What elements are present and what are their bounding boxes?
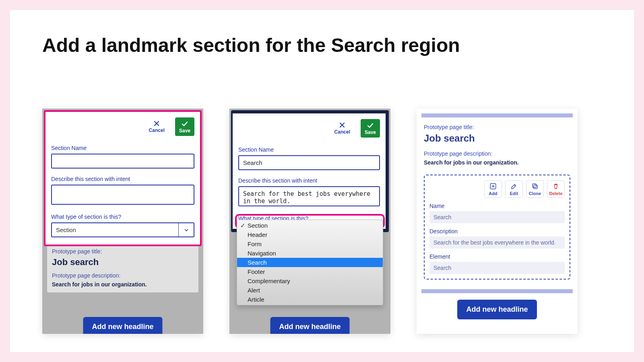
edit-button[interactable]: Edit	[505, 180, 523, 198]
panel-3: Prototype page title: Job search Prototy…	[417, 109, 578, 334]
describe-label: Describe this section with intent	[51, 176, 194, 182]
section-name-input[interactable]	[51, 154, 194, 169]
section-dialog: Cancel Save Section Name Describe this s…	[231, 110, 389, 232]
prototype-title-value: Job search	[52, 257, 194, 267]
prototype-desc-value: Search for jobs in our organization.	[52, 281, 194, 288]
section-name-input[interactable]	[238, 155, 380, 170]
delete-icon	[552, 183, 559, 190]
describe-label: Describe this section with intent	[238, 177, 380, 184]
clone-icon	[531, 183, 539, 190]
section-type-value: Section	[52, 223, 178, 237]
description-value: Search for the best jobs everywhere in t…	[429, 237, 565, 249]
add-icon	[489, 183, 497, 190]
prototype-title-label: Prototype page title:	[52, 248, 194, 255]
description-label: Description	[429, 228, 565, 234]
dropdown-option[interactable]: Form	[237, 239, 383, 249]
dialog-actions: Cancel Save	[51, 117, 194, 136]
slide-canvas: Add a landmark section for the Search re…	[10, 10, 634, 352]
svg-rect-1	[534, 185, 537, 189]
panel-3-content: Prototype page title: Job search Prototy…	[417, 124, 578, 280]
edit-icon	[510, 183, 518, 190]
prototype-title-value: Job search	[424, 133, 570, 144]
save-button[interactable]: Save	[175, 117, 194, 136]
describe-input[interactable]	[51, 185, 194, 205]
name-label: Name	[429, 203, 565, 209]
chevron-down-icon	[178, 223, 194, 237]
prototype-title-label: Prototype page title:	[424, 124, 570, 130]
element-value: Search	[429, 262, 565, 274]
check-icon	[182, 121, 188, 127]
add-headline-button[interactable]: Add new headline	[457, 300, 537, 319]
delete-button[interactable]: Delete	[547, 180, 565, 198]
section-type-select[interactable]: Section	[51, 222, 194, 237]
prototype-desc-label: Prototype page description:	[52, 272, 194, 279]
section-actions: Add Edit Clone Delete	[429, 180, 565, 198]
panel-2: Add new headline Cancel Save Section Nam…	[229, 109, 390, 334]
section-dialog: Cancel Save Section Name Describe this s…	[44, 110, 202, 246]
dialog-actions: Cancel Save	[238, 119, 380, 138]
clone-button[interactable]: Clone	[526, 180, 544, 198]
panel-1: Prototype page title: Job search Prototy…	[42, 109, 203, 334]
add-headline-button[interactable]: Add new headline	[270, 317, 349, 334]
dropdown-option[interactable]: Complementary	[237, 276, 383, 286]
dropdown-option[interactable]: Article	[237, 295, 383, 304]
name-value: Search	[429, 211, 565, 223]
section-type-dropdown[interactable]: SectionHeaderFormNavigationSearchFooterC…	[237, 220, 383, 305]
add-headline-button[interactable]: Add new headline	[83, 317, 162, 334]
dropdown-option[interactable]: Alert	[237, 286, 383, 295]
prototype-info-panel: Prototype page title: Job search Prototy…	[47, 243, 198, 292]
check-icon	[367, 122, 374, 129]
describe-input[interactable]	[238, 186, 380, 206]
divider-bar	[421, 289, 573, 293]
cancel-button[interactable]: Cancel	[334, 122, 350, 135]
cancel-button[interactable]: Cancel	[149, 120, 165, 133]
panels-row: Prototype page title: Job search Prototy…	[42, 109, 602, 334]
dropdown-option[interactable]: Section	[237, 221, 383, 230]
prototype-desc-value: Search for jobs in our organization.	[424, 159, 570, 166]
slide-title: Add a landmark section for the Search re…	[42, 34, 602, 56]
add-button[interactable]: Add	[484, 180, 502, 198]
close-icon	[339, 122, 345, 128]
close-icon	[153, 120, 160, 127]
svg-rect-2	[533, 184, 536, 187]
dropdown-option[interactable]: Navigation	[237, 249, 383, 258]
section-card: Add Edit Clone Delete	[424, 175, 570, 280]
section-name-label: Section Name	[51, 145, 194, 151]
save-button[interactable]: Save	[361, 119, 380, 138]
dropdown-option[interactable]: Search	[237, 258, 383, 267]
type-label: What type of section is this?	[51, 214, 194, 220]
element-label: Element	[429, 253, 565, 260]
dropdown-option[interactable]: Footer	[237, 267, 383, 276]
section-name-label: Section Name	[238, 146, 380, 153]
prototype-desc-label: Prototype page description:	[424, 150, 570, 157]
dropdown-option[interactable]: Header	[237, 230, 383, 239]
divider-bar	[421, 113, 573, 117]
